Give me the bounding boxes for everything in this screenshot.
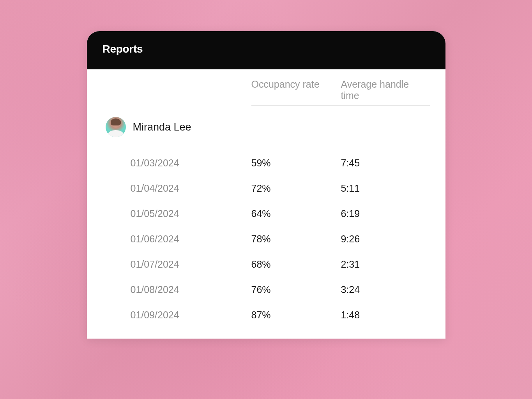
date-cell: 01/08/2024 xyxy=(131,284,251,295)
agent-row: Miranda Lee xyxy=(103,117,430,137)
card-title: Reports xyxy=(103,43,430,55)
data-rows: 01/03/2024 59% 7:45 01/04/2024 72% 5:11 … xyxy=(103,150,430,328)
rate-cell: 64% xyxy=(251,208,341,219)
rate-cell: 72% xyxy=(251,183,341,194)
time-cell: 7:45 xyxy=(341,157,430,169)
time-cell: 6:19 xyxy=(341,208,430,219)
col-occupancy-label: Occupancy rate xyxy=(251,79,341,101)
col-handle-time-label: Average handle time xyxy=(341,79,430,101)
date-cell: 01/06/2024 xyxy=(131,233,251,245)
table-row: 01/06/2024 78% 9:26 xyxy=(103,226,430,252)
time-cell: 1:48 xyxy=(341,309,430,321)
table-row: 01/07/2024 68% 2:31 xyxy=(103,252,430,277)
date-cell: 01/05/2024 xyxy=(131,208,251,219)
table-row: 01/08/2024 76% 3:24 xyxy=(103,277,430,302)
table-row: 01/09/2024 87% 1:48 xyxy=(103,302,430,328)
rate-cell: 78% xyxy=(251,233,341,245)
agent-name: Miranda Lee xyxy=(133,121,191,133)
table-row: 01/05/2024 64% 6:19 xyxy=(103,201,430,226)
columns-header-inner: Occupancy rate Average handle time xyxy=(251,79,430,106)
rate-cell: 68% xyxy=(251,259,341,270)
date-cell: 01/07/2024 xyxy=(131,259,251,270)
time-cell: 5:11 xyxy=(341,183,430,194)
time-cell: 3:24 xyxy=(341,284,430,295)
card-body: Occupancy rate Average handle time Miran… xyxy=(87,69,445,339)
time-cell: 2:31 xyxy=(341,259,430,270)
date-cell: 01/04/2024 xyxy=(131,183,251,194)
table-row: 01/04/2024 72% 5:11 xyxy=(103,176,430,201)
date-cell: 01/09/2024 xyxy=(131,309,251,321)
rate-cell: 87% xyxy=(251,309,341,321)
table-row: 01/03/2024 59% 7:45 xyxy=(103,150,430,176)
time-cell: 9:26 xyxy=(341,233,430,245)
reports-card: Reports Occupancy rate Average handle ti… xyxy=(87,31,445,339)
card-header: Reports xyxy=(87,31,445,69)
rate-cell: 59% xyxy=(251,157,341,169)
date-cell: 01/03/2024 xyxy=(131,157,251,169)
rate-cell: 76% xyxy=(251,284,341,295)
avatar xyxy=(106,117,126,137)
columns-header: Occupancy rate Average handle time xyxy=(103,79,430,106)
